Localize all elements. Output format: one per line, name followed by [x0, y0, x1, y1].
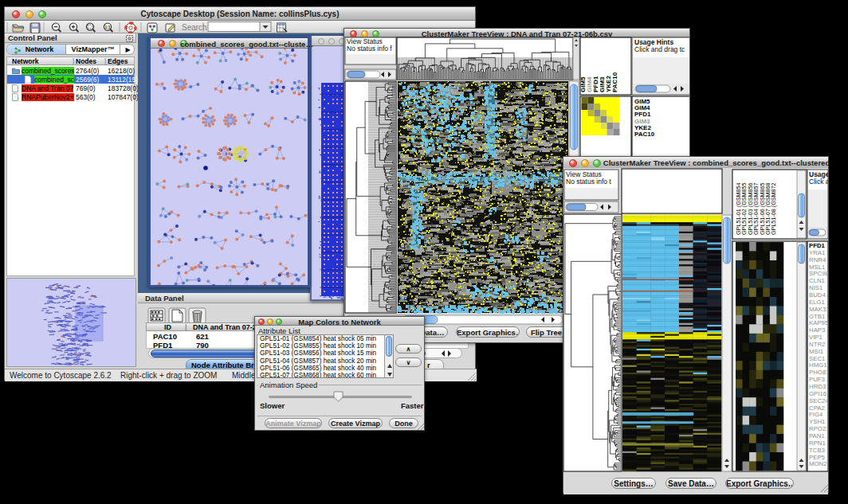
svg-text:YSH1: YSH1	[809, 418, 825, 425]
svg-text:GTB1: GTB1	[809, 313, 825, 320]
svg-text:HMG1: HMG1	[809, 361, 827, 369]
svg-text:NTR2: NTR2	[809, 341, 825, 348]
svg-text:BUD4: BUD4	[809, 291, 826, 299]
svg-text:MON2: MON2	[809, 460, 827, 467]
svg-text:HRD3: HRD3	[809, 383, 826, 390]
svg-text:CPA2: CPA2	[809, 404, 825, 412]
svg-text:PHO81: PHO81	[809, 369, 828, 376]
svg-text:NIS1: NIS1	[809, 284, 822, 291]
svg-text:PUF3: PUF3	[809, 376, 825, 383]
svg-text:1:1: 1:1	[104, 25, 110, 29]
svg-text:FIG4: FIG4	[809, 411, 823, 418]
svg-text:PAC10: PAC10	[634, 131, 655, 138]
svg-text:Click and: Click and	[809, 178, 828, 186]
svg-text:No status info t: No status info t	[566, 178, 611, 186]
svg-text:PEP5: PEP5	[809, 454, 826, 461]
svg-text:HAP3: HAP3	[809, 326, 825, 334]
svg-text:Search:: Search:	[182, 23, 209, 32]
svg-text:PFD1: PFD1	[809, 242, 826, 249]
svg-text:MSI1: MSI1	[809, 348, 823, 355]
svg-text:KAP95: KAP95	[809, 319, 828, 326]
svg-text:No status info f: No status info f	[347, 45, 392, 53]
svg-text:VIP1: VIP1	[809, 334, 822, 341]
svg-text:RNR4: RNR4	[809, 256, 826, 264]
svg-text:TCB3: TCB3	[809, 447, 825, 454]
svg-text:GPI16: GPI16	[809, 390, 826, 397]
svg-text:ELG1: ELG1	[809, 299, 825, 306]
svg-text:SEC1: SEC1	[809, 355, 825, 362]
svg-text:RPN1: RPN1	[809, 440, 826, 447]
svg-text:MAK31: MAK31	[809, 306, 828, 313]
svg-text:PAN1: PAN1	[809, 432, 825, 440]
svg-text:YRA1: YRA1	[809, 249, 825, 256]
svg-text:RPO21: RPO21	[809, 425, 828, 432]
svg-text:SEC24: SEC24	[809, 397, 828, 404]
svg-text:MSL1: MSL1	[809, 264, 825, 271]
svg-text:CLN1: CLN1	[809, 277, 825, 284]
svg-text:SPC98: SPC98	[809, 270, 828, 277]
svg-text:GPL51-08 (GSM872: GPL51-08 (GSM872	[770, 182, 777, 235]
svg-text:Click and drag tc: Click and drag tc	[634, 45, 685, 53]
svg-text:PAC10: PAC10	[611, 72, 618, 92]
